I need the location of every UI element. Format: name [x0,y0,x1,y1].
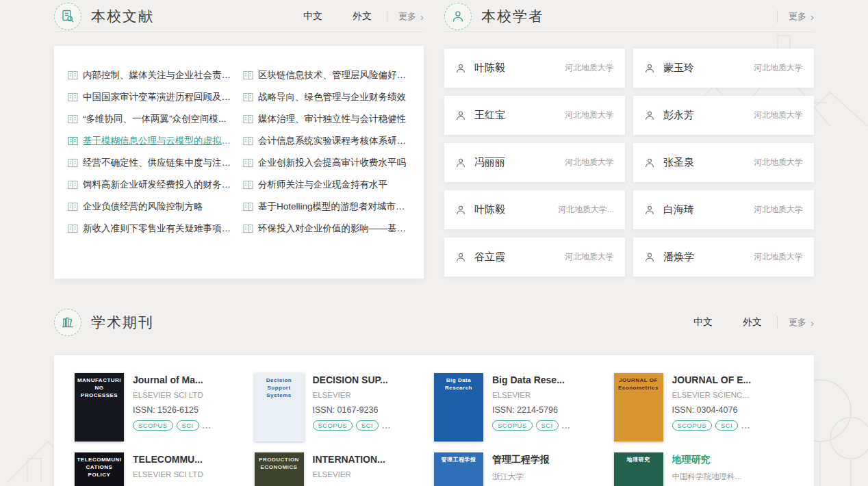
literature-item-title: 基于模糊信息公理与云模型的虚拟企... [83,135,235,147]
literature-more-link[interactable]: 更多 › [387,10,424,23]
literature-item[interactable]: 新收入准则下零售业有关疑难事项会... [68,218,235,240]
journal-title[interactable]: JOURNAL OF E... [672,374,752,385]
journal-item[interactable]: TELECOMMUNICATIONS POLICY TELECOMMU...EL… [75,452,255,486]
journal-item[interactable]: 管理工程学报 管理工程学报浙江大学ISSN: 1004-6062 [434,452,614,486]
document-icon [243,180,253,190]
journals-more-label: 更多 [789,316,806,329]
scholar-org: 河北地质大学 [754,110,803,121]
journal-title[interactable]: 地理研究 [672,454,742,466]
journal-cover[interactable]: 管理工程学报 [434,452,483,486]
literature-tab-foreign[interactable]: 外文 [353,10,372,23]
literature-item[interactable]: 战略导向、绿色管理与企业财务绩效 [243,86,410,108]
journal-cover-title: Big Data Research [434,373,483,396]
journal-item[interactable]: Decision Support Systems DECISION SUP...… [255,373,435,442]
scholar-card[interactable]: 谷立霞河北地质大学 [444,238,625,277]
journal-cover-title: Decision Support Systems [255,373,304,403]
chevron-right-icon: › [810,318,814,328]
literature-item-title: 会计信息系统实验课程考核体系研究... [258,135,410,147]
journals-section-icon [54,309,81,336]
person-icon [455,252,466,263]
journal-item[interactable]: Big Data Research Big Data Rese...ELSEVI… [434,373,614,442]
journal-cover-title: JOURNAL OF Econometrics [614,373,663,396]
journal-item[interactable]: MANUFACTURING PROCESSES Journal of Ma...… [75,373,255,442]
scholars-more-link[interactable]: 更多 › [777,10,814,23]
literature-item-title: 新收入准则下零售业有关疑难事项会... [83,222,235,235]
journal-cover-title: 地理研究 [625,452,652,468]
literature-item-title: 内部控制、媒体关注与企业社会责任... [83,69,235,81]
journal-title[interactable]: Journal of Ma... [133,374,212,385]
scholar-card[interactable]: 王红宝河北地质大学 [444,96,625,135]
journal-cover[interactable]: PRODUCTION ECONOMICS [255,452,304,486]
journal-publisher: ELSEVIER [313,391,392,399]
scholar-org: 河北地质大学... [558,204,614,216]
portal-page: 本校文献 中文 外文 更多 › 内部控制、媒体关注与企业社会责任... 中国国家… [54,0,814,486]
document-icon [68,136,78,146]
journals-panel: MANUFACTURING PROCESSES Journal of Ma...… [54,355,814,486]
journal-title[interactable]: Big Data Rese... [492,374,571,385]
literature-item[interactable]: 经营不确定性、供应链集中度与注册... [68,152,235,174]
literature-item[interactable]: 媒体治理、审计独立性与会计稳健性 [243,108,410,130]
literature-item-title: 经营不确定性、供应链集中度与注册... [83,157,235,169]
section-school-literature: 本校文献 中文 外文 更多 › 内部控制、媒体关注与企业社会责任... 中国国家… [54,1,424,279]
journal-item[interactable]: 地理研究 地理研究中国科学院地理科...ISSN: 1000-0585 [614,452,794,486]
scholar-card[interactable]: 叶陈毅河北地质大学 [444,49,625,88]
journal-cover[interactable]: 地理研究 [614,452,663,486]
scholar-name: 叶陈毅 [474,62,505,75]
literature-column-left: 内部控制、媒体关注与企业社会责任... 中国国家审计变革演进历程回顾及启示 “多… [68,64,235,260]
literature-item[interactable]: 分析师关注与企业现金持有水平 [243,174,410,196]
chevron-right-icon: › [420,12,424,22]
literature-item-title: 基于Hotelling模型的游憩者对城市公... [258,201,410,213]
scholar-org: 河北地质大学 [754,62,803,74]
scholar-org: 河北地质大学 [565,62,614,74]
literature-item-highlighted[interactable]: 基于模糊信息公理与云模型的虚拟企... [68,130,235,152]
scholars-grid: 叶陈毅河北地质大学 蒙玉玲河北地质大学 王红宝河北地质大学 彭永芳河北地质大学 … [444,49,814,277]
scholar-card[interactable]: 冯丽丽河北地质大学 [444,143,625,182]
journal-cover[interactable]: Decision Support Systems [255,373,304,442]
scholar-name: 白海琦 [663,203,694,216]
journal-item[interactable]: PRODUCTION ECONOMICS INTERNATION...ELSEV… [255,452,435,486]
journal-cover[interactable]: Big Data Research [434,373,483,442]
scholar-card[interactable]: 白海琦河北地质大学 [633,190,814,229]
journals-tab-chinese[interactable]: 中文 [693,316,713,329]
literature-item[interactable]: 会计信息系统实验课程考核体系研究... [243,130,410,152]
literature-item-title: 区块链信息技术、管理层风险偏好与... [258,69,410,81]
literature-card: 内部控制、媒体关注与企业社会责任... 中国国家审计变革演进历程回顾及启示 “多… [54,46,424,279]
journal-cover[interactable]: TELECOMMUNICATIONS POLICY [75,452,124,486]
journals-tab-foreign[interactable]: 外文 [743,316,762,329]
badge-sci: SCI [177,420,199,431]
literature-item[interactable]: 基于Hotelling模型的游憩者对城市公... [243,196,410,218]
literature-item[interactable]: 内部控制、媒体关注与企业社会责任... [68,64,235,86]
journal-title[interactable]: DECISION SUP... [313,374,392,385]
literature-item[interactable]: 饲料高新企业研发经费投入的财务核... [68,174,235,196]
literature-item[interactable]: 企业创新投入会提高审计收费水平吗 [243,152,410,174]
journal-publisher: 中国科学院地理科... [672,472,742,482]
document-icon [68,224,78,233]
literature-item[interactable]: 企业负债经营的风险控制方略 [68,196,235,218]
scholar-card[interactable]: 潘焕学河北地质大学 [633,238,814,277]
journal-issn: ISSN: 0304-4076 [672,405,752,415]
literature-section-icon [54,3,81,30]
scholar-org: 河北地质大学 [754,157,803,168]
scholar-card[interactable]: 张圣泉河北地质大学 [633,143,814,182]
badge-sci: SCI [715,420,738,431]
scholar-card[interactable]: 蒙玉玲河北地质大学 [633,49,814,88]
scholar-card[interactable]: 彭永芳河北地质大学 [633,96,814,135]
journal-cover[interactable]: MANUFACTURING PROCESSES [75,373,124,442]
document-icon [243,202,253,212]
journal-item[interactable]: JOURNAL OF Econometrics JOURNAL OF E...E… [614,373,794,442]
literature-item[interactable]: 区块链信息技术、管理层风险偏好与... [243,64,410,86]
literature-item[interactable]: “多维协同、一体两翼”众创空间模... [68,108,235,130]
literature-tab-chinese[interactable]: 中文 [303,10,322,23]
literature-item[interactable]: 环保投入对企业价值的影响——基于... [243,218,410,240]
literature-title: 本校文献 [91,7,154,26]
journal-cover[interactable]: JOURNAL OF Econometrics [614,373,663,442]
scholar-card[interactable]: 叶陈毅河北地质大学... [444,190,625,229]
journal-title[interactable]: 管理工程学报 [492,454,558,466]
journals-more-link[interactable]: 更多 › [777,316,814,329]
literature-item[interactable]: 中国国家审计变革演进历程回顾及启示 [68,86,235,108]
journal-publisher: ELSEVIER [313,470,385,478]
journal-title[interactable]: INTERNATION... [313,454,385,465]
journal-title[interactable]: TELECOMMU... [133,454,203,465]
person-icon [455,205,466,216]
scholar-name: 叶陈毅 [474,203,505,216]
